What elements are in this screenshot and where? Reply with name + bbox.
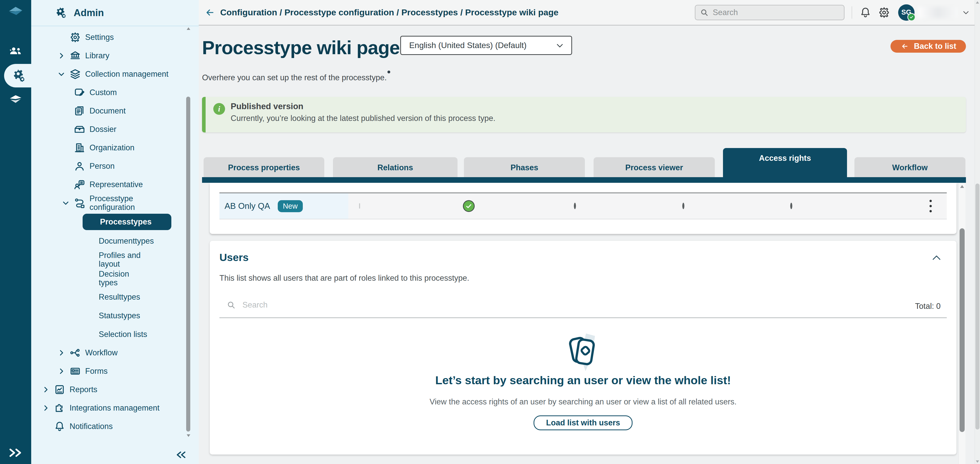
briefcase-icon [74,124,89,135]
collections-icon[interactable] [8,92,23,107]
title-separator-dot [387,71,390,73]
global-search-input[interactable] [712,8,839,17]
tab-phases[interactable]: Phases [464,157,585,178]
window-scrollbar[interactable] [975,0,980,464]
building-icon [74,142,89,154]
chevron-down-icon [555,41,564,50]
sidebar-item-label: Statustypes [99,311,140,320]
sidebar-scrollbar[interactable] [186,27,191,437]
access-radio[interactable] [574,203,576,209]
sidebar-header-admin[interactable]: Admin [31,0,199,26]
tab-access-rights-active[interactable]: Access rights [723,148,847,178]
tab-process-viewer[interactable]: Process viewer [593,157,715,178]
new-badge: New [278,200,303,212]
empty-state-description: View the access rights of an user by sea… [210,397,956,407]
user-name-redacted [918,7,958,18]
sidebar-item-person[interactable]: Person [31,157,188,175]
form-icon [69,365,85,377]
sidebar-item-custom[interactable]: Custom [31,83,188,102]
scroll-up-icon[interactable] [975,1,980,4]
empty-state-cards-icon [562,332,605,373]
window-scrollbar-thumb[interactable] [975,184,980,429]
sidebar-item-representative[interactable]: Representative [31,175,188,194]
access-radio[interactable] [682,203,684,209]
chevron-down-icon [62,199,74,207]
sidebar-item-profiles-and-layout[interactable]: Profiles and layout [31,250,188,269]
access-radio-checked[interactable] [463,200,475,212]
breadcrumb: Configuration / Processtype configuratio… [204,7,558,17]
banner-title: Published version [231,102,303,111]
sidebar-item-label: Profiles and layout [99,251,156,269]
scroll-down-icon[interactable] [186,434,191,437]
access-checkbox[interactable] [359,203,360,208]
sidebar-item-label: Forms [85,367,108,375]
roles-table-panel: AB Only QA New [210,183,956,234]
user-avatar[interactable]: SG [898,4,915,21]
tab-relations[interactable]: Relations [333,157,458,178]
sidebar-item-resulttypes[interactable]: Resulttypes [31,288,188,306]
back-arrow-icon [900,43,909,50]
global-search[interactable] [695,5,845,20]
sidebar-item-collection-management[interactable]: Collection management [31,65,188,83]
chevron-down-icon [57,70,69,78]
scroll-up-icon[interactable] [186,27,191,30]
scroll-up-icon[interactable] [960,185,964,188]
sidebar-item-library[interactable]: Library [31,46,188,65]
content-scrollbar[interactable] [959,183,966,464]
users-total-count: Total: 0 [915,302,940,311]
sidebar-item-statustypes[interactable]: Statustypes [31,306,188,325]
language-select[interactable]: English (United States) (Default) [400,36,572,55]
library-icon [69,50,85,62]
app-logo-icon[interactable] [6,5,25,18]
sidebar-item-forms[interactable]: Forms [31,362,188,380]
load-list-with-users-button[interactable]: Load list with users [533,415,632,430]
sidebar-item-decision-types[interactable]: Decision types [31,269,188,288]
settings-gear-icon[interactable] [878,6,891,19]
sidebar-item-notifications[interactable]: Notifications [31,417,188,435]
content-scrollbar-thumb[interactable] [959,228,965,432]
sidebar-item-workflow[interactable]: Workflow [31,343,188,362]
back-arrow-icon[interactable] [204,7,216,17]
sidebar-item-document[interactable]: Document [31,102,188,120]
role-name-cell: AB Only QA New [220,193,348,219]
workflow-icon [69,347,85,359]
sidebar-item-processtypes-active[interactable]: Processtypes [83,214,171,230]
sidebar-item-reports[interactable]: Reports [31,380,188,399]
admin-gears-icon [12,68,27,83]
users-search-input[interactable] [242,300,371,310]
breadcrumb-text[interactable]: Configuration / Processtype configuratio… [220,7,558,17]
card-edit-icon [74,87,89,99]
sidebar-item-label: Documenttypes [99,237,154,245]
tab-process-properties[interactable]: Process properties [204,157,324,178]
tab-workflow[interactable]: Workflow [854,157,966,178]
rail-expand-icon[interactable] [8,447,24,458]
sidebar-item-processtype-configuration[interactable]: Processtype configuration [31,194,188,212]
back-to-list-button[interactable]: Back to list [891,40,966,52]
search-icon [700,8,709,17]
table-row[interactable]: AB Only QA New [220,192,947,219]
tab-label: Access rights [759,154,811,163]
page-subtitle: Overhere you can set up the rest of the … [202,73,387,82]
sidebar-item-label: Representative [89,180,143,189]
notifications-bell-icon[interactable] [859,6,872,19]
scroll-down-icon[interactable] [975,460,980,463]
sidebar-item-documenttypes[interactable]: Documenttypes [31,232,188,250]
sidebar-item-selection-lists[interactable]: Selection lists [31,325,188,343]
sidebar-item-label: Processtypes [83,218,152,226]
main-area: Configuration / Processtype configuratio… [199,0,980,464]
chevron-down-icon[interactable] [962,9,970,16]
collapse-chevron-up-icon[interactable] [931,254,942,262]
gear-icon [69,32,85,43]
sidebar-scrollbar-thumb[interactable] [186,97,190,432]
sidebar-item-organization[interactable]: Organization [31,138,188,157]
sidebar-item-dossier[interactable]: Dossier [31,120,188,138]
teams-icon[interactable] [8,44,23,59]
tab-label: Phases [511,163,538,172]
sidebar-item-settings[interactable]: Settings [31,28,188,46]
access-radio[interactable] [790,203,792,209]
rail-item-admin-active[interactable] [4,64,31,87]
sidebar-collapse-icon[interactable] [174,450,187,460]
sidebar-item-integrations-management[interactable]: Integrations management [31,399,188,417]
users-search[interactable] [227,300,371,310]
row-menu-kebab-icon[interactable] [930,200,932,213]
